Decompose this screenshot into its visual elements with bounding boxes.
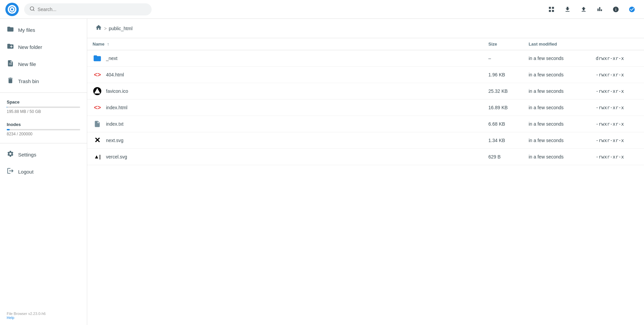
html-icon: <>	[93, 70, 102, 79]
sidebar-divider-1	[0, 92, 87, 93]
file-name-2: favicon.ico	[106, 88, 128, 94]
file-modified-4: in a few seconds	[523, 116, 590, 132]
breadcrumb-separator: >	[104, 26, 107, 31]
info-button[interactable]	[609, 3, 623, 16]
file-name-cell-1: <> 404.html	[87, 67, 483, 83]
inodes-label: Inodes	[7, 122, 80, 127]
grid-view-button[interactable]	[545, 3, 558, 16]
file-name-cell-0: _next	[87, 50, 483, 67]
header	[0, 0, 644, 19]
table-row[interactable]: favicon.ico 25.32 KB in a few seconds -r…	[87, 83, 644, 100]
file-size-6: 629 B	[483, 149, 523, 165]
file-name-0: _next	[106, 56, 117, 61]
file-size-3: 16.89 KB	[483, 100, 523, 116]
svg-point-2	[11, 8, 13, 10]
file-perms-0: drwxr-xr-x	[590, 50, 644, 67]
space-progress-bar	[7, 107, 80, 108]
folder-icon	[7, 25, 14, 35]
search-input[interactable]	[38, 7, 146, 12]
breadcrumb-home-icon[interactable]	[95, 24, 102, 32]
file-name-1: 404.html	[106, 72, 124, 77]
col-size-header[interactable]: Size	[483, 38, 523, 50]
svg-vercel-icon: ▲|	[93, 152, 102, 161]
sidebar-footer: File Browser v2.23.0-h6 Help	[0, 309, 87, 322]
search-icon	[30, 6, 35, 13]
new-file-icon	[7, 60, 14, 69]
file-perms-1: -rwxr-xr-x	[590, 67, 644, 83]
help-link[interactable]: Help	[7, 316, 14, 320]
sidebar-item-trash-label: Trash bin	[18, 78, 39, 84]
file-modified-0: in a few seconds	[523, 50, 590, 67]
file-perms-3: -rwxr-xr-x	[590, 100, 644, 116]
check-button[interactable]	[625, 3, 639, 16]
file-name-3: index.html	[106, 105, 127, 110]
col-modified-header[interactable]: Last modified	[523, 38, 590, 50]
file-name-cell-5: ✕ next.svg	[87, 132, 483, 149]
inodes-section: Inodes 8234 / 200000	[0, 118, 87, 140]
sidebar-item-new-folder[interactable]: New folder	[0, 39, 87, 56]
file-size-4: 6.68 KB	[483, 116, 523, 132]
stats-button[interactable]	[593, 3, 606, 16]
logout-icon	[7, 167, 14, 176]
sidebar-item-settings[interactable]: Settings	[0, 146, 87, 163]
table-row[interactable]: ✕ next.svg 1.34 KB in a few seconds -rwx…	[87, 132, 644, 149]
col-perms-header	[590, 38, 644, 50]
table-row[interactable]: <> index.html 16.89 KB in a few seconds …	[87, 100, 644, 116]
sidebar-item-my-files[interactable]: My files	[0, 21, 87, 39]
file-name-cell-2: favicon.ico	[87, 83, 483, 100]
file-name-4: index.txt	[106, 121, 123, 127]
svg-next-icon: ✕	[93, 136, 102, 145]
breadcrumb-current[interactable]: public_html	[109, 26, 132, 31]
sidebar-item-new-folder-label: New folder	[18, 44, 42, 50]
svg-line-4	[33, 10, 34, 11]
space-progress-fill	[7, 107, 7, 108]
logo-button[interactable]	[5, 3, 19, 16]
search-bar	[24, 3, 152, 15]
col-name-header[interactable]: Name ↑	[87, 38, 483, 50]
sidebar-item-trash[interactable]: Trash bin	[0, 73, 87, 90]
file-name-cell-6: ▲| vercel.svg	[87, 149, 483, 165]
file-perms-6: -rwxr-xr-x	[590, 149, 644, 165]
file-size-0: –	[483, 50, 523, 67]
upload-button[interactable]	[577, 3, 590, 16]
inodes-progress-bar	[7, 129, 80, 130]
file-name-6: vercel.svg	[106, 154, 127, 159]
sort-arrow-icon: ↑	[107, 42, 109, 47]
file-modified-6: in a few seconds	[523, 149, 590, 165]
sidebar-item-new-file-label: New file	[18, 61, 36, 67]
file-name-cell-4: index.txt	[87, 116, 483, 132]
space-used-text: 195.88 MB / 50 GB	[7, 109, 80, 114]
download-button[interactable]	[561, 3, 574, 16]
sidebar: My files New folder New file Trash bin S…	[0, 19, 87, 325]
svg-text:<>: <>	[94, 71, 101, 78]
folder-icon	[93, 54, 102, 63]
layout: My files New folder New file Trash bin S…	[0, 19, 644, 325]
table-row[interactable]: _next – in a few seconds drwxr-xr-x	[87, 50, 644, 67]
sidebar-item-logout-label: Logout	[18, 169, 34, 175]
file-size-2: 25.32 KB	[483, 83, 523, 100]
sidebar-item-my-files-label: My files	[18, 27, 35, 33]
file-name-5: next.svg	[106, 138, 123, 143]
inodes-progress-fill	[7, 129, 10, 130]
file-modified-5: in a few seconds	[523, 132, 590, 149]
txt-icon	[93, 119, 102, 129]
file-perms-5: -rwxr-xr-x	[590, 132, 644, 149]
file-table-wrap: Name ↑ Size Last modified _next – in a f…	[87, 38, 644, 325]
file-size-1: 1.96 KB	[483, 67, 523, 83]
table-row[interactable]: <> 404.html 1.96 KB in a few seconds -rw…	[87, 67, 644, 83]
file-perms-4: -rwxr-xr-x	[590, 116, 644, 132]
file-perms-2: -rwxr-xr-x	[590, 83, 644, 100]
sidebar-divider-2	[0, 143, 87, 143]
file-modified-2: in a few seconds	[523, 83, 590, 100]
sidebar-item-logout[interactable]: Logout	[0, 163, 87, 180]
file-name-cell-3: <> index.html	[87, 100, 483, 116]
table-row[interactable]: index.txt 6.68 KB in a few seconds -rwxr…	[87, 116, 644, 132]
breadcrumb: > public_html	[87, 19, 644, 38]
new-folder-icon	[7, 43, 14, 52]
file-modified-1: in a few seconds	[523, 67, 590, 83]
main-content: > public_html Name ↑ Size Last modified	[87, 19, 644, 325]
file-size-5: 1.34 KB	[483, 132, 523, 149]
table-row[interactable]: ▲| vercel.svg 629 B in a few seconds -rw…	[87, 149, 644, 165]
sidebar-item-new-file[interactable]: New file	[0, 56, 87, 73]
ico-icon	[93, 86, 102, 96]
